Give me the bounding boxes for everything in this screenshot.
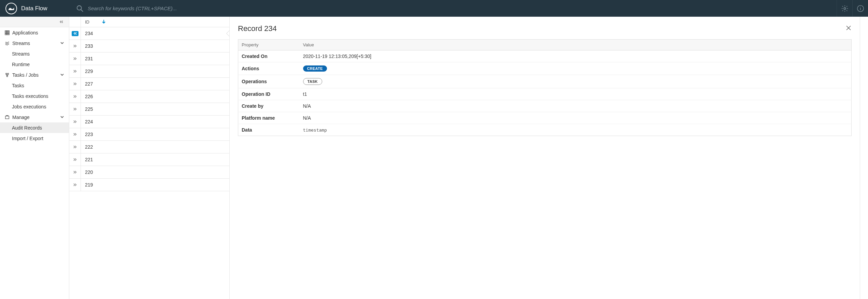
- row-id: 223: [81, 132, 93, 137]
- row-id: 225: [81, 106, 93, 112]
- global-search: [69, 0, 837, 17]
- column-id-label: ID: [85, 19, 89, 25]
- row-expander[interactable]: [69, 116, 81, 128]
- record-row[interactable]: 222: [69, 141, 229, 153]
- sidebar-item-runtime[interactable]: Runtime: [0, 59, 69, 70]
- column-id-header[interactable]: ID: [81, 19, 106, 25]
- prop-created-on-value: 2020-11-19 12:13:05,209[+5:30]: [300, 50, 852, 62]
- prop-create-by-value: N/A: [300, 100, 852, 112]
- sidebar-group-tasks-jobs[interactable]: Tasks / Jobs: [0, 70, 69, 80]
- row-expander[interactable]: [69, 53, 81, 65]
- info-button[interactable]: [852, 0, 868, 17]
- sidebar-item-audit-records[interactable]: Audit Records: [0, 122, 69, 133]
- sidebar-group-label: Applications: [12, 30, 38, 35]
- row-expander[interactable]: [69, 27, 81, 40]
- sidebar-group-label: Streams: [12, 41, 30, 46]
- svg-point-5: [860, 6, 860, 7]
- row-expander[interactable]: [69, 153, 81, 166]
- row-expander[interactable]: [69, 166, 81, 178]
- search-input[interactable]: [88, 5, 620, 11]
- record-row[interactable]: 226: [69, 90, 229, 103]
- prop-data-value: timestamp: [300, 124, 852, 136]
- chevrons-right-icon: [72, 81, 79, 87]
- row-id: 231: [81, 56, 93, 61]
- prop-operations-label: Operations: [238, 75, 300, 88]
- brand: Data Flow: [0, 0, 69, 17]
- app-header: Data Flow: [0, 0, 868, 17]
- settings-button[interactable]: [837, 0, 852, 17]
- sidebar-item-tasks[interactable]: Tasks: [0, 80, 69, 91]
- chevrons-right-icon: [72, 182, 79, 188]
- chevrons-left-icon: [59, 19, 64, 25]
- prop-operation-id-value: t1: [300, 88, 852, 100]
- prop-actions-label: Actions: [238, 62, 300, 75]
- detail-close-button[interactable]: [845, 25, 852, 32]
- sidebar-group-manage[interactable]: Manage: [0, 112, 69, 122]
- record-row[interactable]: 227: [69, 78, 229, 90]
- prop-operation-id-label: Operation ID: [238, 88, 300, 100]
- row-expander[interactable]: [69, 179, 81, 191]
- stream-icon: [5, 41, 10, 46]
- svg-rect-12: [5, 33, 6, 35]
- svg-rect-18: [5, 116, 9, 119]
- sidebar-group-applications[interactable]: Applications: [0, 27, 69, 38]
- sort-desc-icon: [102, 19, 106, 25]
- prop-data-label: Data: [238, 124, 300, 136]
- row-expander[interactable]: [69, 128, 81, 140]
- svg-rect-11: [8, 32, 10, 33]
- prop-created-on-label: Created On: [238, 50, 300, 62]
- close-icon: [845, 25, 852, 31]
- record-row[interactable]: 231: [69, 53, 229, 65]
- row-id: 224: [81, 119, 93, 124]
- chevrons-right-icon: [72, 56, 79, 61]
- record-row[interactable]: 234: [69, 27, 229, 40]
- brand-title: Data Flow: [21, 5, 47, 12]
- sidebar-group-label: Manage: [12, 115, 30, 120]
- search-icon: [76, 5, 84, 12]
- sidebar-item-tasks-executions[interactable]: Tasks executions: [0, 91, 69, 101]
- row-expander[interactable]: [69, 90, 81, 103]
- row-expander[interactable]: [69, 40, 81, 52]
- row-expander[interactable]: [69, 65, 81, 77]
- svg-rect-13: [6, 33, 8, 35]
- record-row[interactable]: 223: [69, 128, 229, 141]
- list-header-spacer: [69, 17, 81, 27]
- record-row[interactable]: 224: [69, 116, 229, 128]
- record-row[interactable]: 233: [69, 40, 229, 53]
- detail-title: Record 234: [238, 24, 277, 33]
- row-expander[interactable]: [69, 141, 81, 153]
- svg-rect-7: [6, 30, 8, 32]
- chevrons-right-icon: [72, 94, 79, 99]
- info-icon: [857, 5, 864, 12]
- sidebar-item-import-export[interactable]: Import / Export: [0, 133, 69, 144]
- chevrons-right-icon: [72, 157, 79, 162]
- prop-platform-name-label: Platform name: [238, 112, 300, 124]
- operations-badge: TASK: [303, 78, 322, 85]
- sidebar-group-streams[interactable]: Streams: [0, 38, 69, 48]
- chevrons-left-icon: [72, 31, 79, 36]
- sidebar-item-jobs-executions[interactable]: Jobs executions: [0, 101, 69, 112]
- svg-rect-8: [8, 30, 10, 32]
- record-row[interactable]: 225: [69, 103, 229, 116]
- svg-point-0: [77, 5, 82, 10]
- record-row[interactable]: 220: [69, 166, 229, 179]
- row-expander[interactable]: [69, 78, 81, 90]
- list-header: ID: [69, 17, 229, 27]
- svg-rect-10: [6, 32, 8, 33]
- record-row[interactable]: 221: [69, 153, 229, 166]
- chevrons-right-icon: [72, 170, 79, 175]
- tasks-icon: [5, 73, 10, 77]
- row-expander[interactable]: [69, 103, 81, 115]
- svg-point-16: [8, 73, 9, 74]
- sidebar-item-streams[interactable]: Streams: [0, 48, 69, 59]
- svg-rect-14: [8, 33, 10, 35]
- chevrons-right-icon: [72, 132, 79, 137]
- gear-icon: [841, 5, 849, 12]
- record-row[interactable]: 229: [69, 65, 229, 78]
- property-table: Property Value Created On 2020-11-19 12:…: [238, 39, 852, 136]
- record-row[interactable]: 219: [69, 179, 229, 191]
- row-id: 222: [81, 144, 93, 150]
- svg-point-15: [6, 73, 7, 74]
- chevrons-right-icon: [72, 119, 79, 124]
- sidebar-collapse-button[interactable]: [0, 17, 69, 27]
